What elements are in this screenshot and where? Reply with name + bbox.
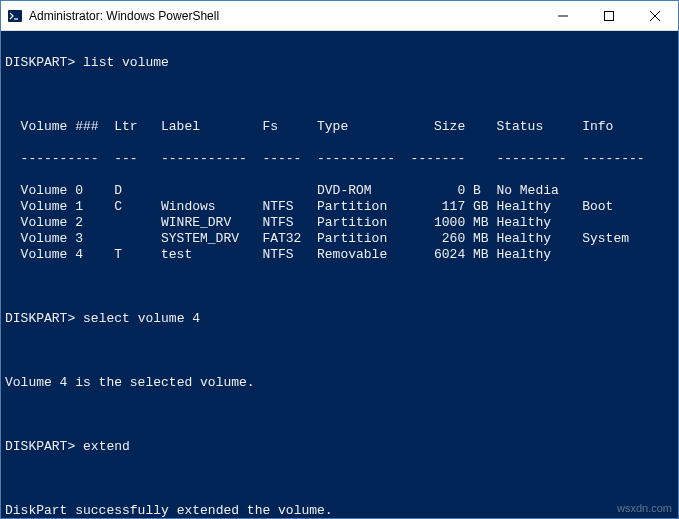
output-message: DiskPart successfully extended the volum… [5, 503, 674, 518]
volume-table-1: Volume 0DDVD-ROM0 BNo Media Volume 1CWin… [5, 183, 674, 263]
prompt: DISKPART> [5, 55, 75, 70]
minimize-button[interactable] [540, 1, 586, 30]
terminal-output[interactable]: DISKPART> list volume Volume ###LtrLabel… [1, 31, 678, 518]
command: extend [83, 439, 130, 454]
col-type: Type [317, 119, 411, 135]
table-divider: ----------------------------------------… [5, 151, 674, 167]
prompt: DISKPART> [5, 311, 75, 326]
titlebar[interactable]: Administrator: Windows PowerShell [1, 1, 678, 31]
watermark: wsxdn.com [617, 500, 672, 516]
col-fs: Fs [262, 119, 317, 135]
table-row: Volume 4TtestNTFSRemovable6024 MBHealthy [5, 247, 674, 263]
window-controls [540, 1, 678, 30]
close-button[interactable] [632, 1, 678, 30]
table-header: Volume ###LtrLabelFsTypeSize StatusInfo [5, 119, 674, 135]
table-row: Volume 3SYSTEM_DRVFAT32Partition260 MBHe… [5, 231, 674, 247]
svg-rect-3 [605, 11, 614, 20]
svg-rect-0 [8, 10, 22, 22]
prompt-line: DISKPART> list volume [5, 55, 674, 71]
command: select volume 4 [83, 311, 200, 326]
col-ltr: Ltr [114, 119, 161, 135]
col-status: Status [496, 119, 582, 135]
command: list volume [83, 55, 169, 70]
output-message: Volume 4 is the selected volume. [5, 375, 674, 391]
prompt-line: DISKPART> extend [5, 439, 674, 455]
table-row: Volume 2WINRE_DRVNTFSPartition1000 MBHea… [5, 215, 674, 231]
col-volume: Volume ### [21, 119, 115, 135]
maximize-button[interactable] [586, 1, 632, 30]
prompt-line: DISKPART> select volume 4 [5, 311, 674, 327]
col-size: Size [411, 119, 466, 135]
powershell-icon [7, 8, 23, 24]
col-label: Label [161, 119, 262, 135]
window-title: Administrator: Windows PowerShell [29, 9, 540, 23]
prompt: DISKPART> [5, 439, 75, 454]
table-row: Volume 1CWindowsNTFSPartition117 GBHealt… [5, 199, 674, 215]
table-row: Volume 0DDVD-ROM0 BNo Media [5, 183, 674, 199]
powershell-window: Administrator: Windows PowerShell DISKPA… [0, 0, 679, 519]
col-info: Info [582, 119, 644, 135]
